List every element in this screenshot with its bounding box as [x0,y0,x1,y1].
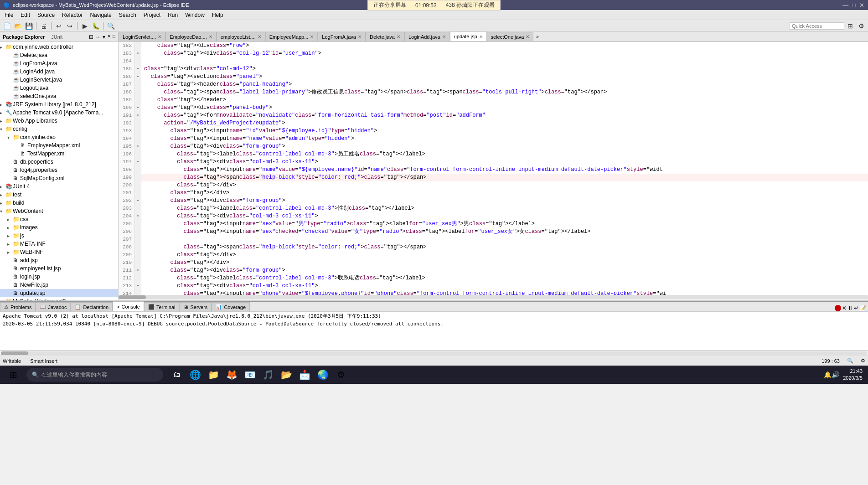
tree-item[interactable]: ▸ 📁 META-INF [0,240,118,248]
taskbar-app-folder[interactable]: 📂 [278,366,294,383]
tree-item[interactable]: ☕ selectOne.java [0,92,118,100]
tree-item[interactable]: ▸ 📁 js [0,232,118,240]
tree-item[interactable]: ▸ 📁 test [0,191,118,199]
tree-item[interactable]: 🗎 SqlMapConfig.xml [0,174,118,182]
sync-icon[interactable]: ↔ [95,34,101,40]
tree-item[interactable]: ▾ 📁 com.yinhe.dao [0,133,118,141]
menu-project[interactable]: Project [141,11,163,19]
tree-item[interactable]: 🗎 add.jsp [0,256,118,264]
tree-item[interactable]: ☕ Delete.java [0,51,118,59]
toolbar-redo[interactable]: ↪ [65,21,75,31]
tab-close-icon[interactable]: ✕ [397,34,400,39]
bottom-tab[interactable]: 🖥Servers [179,302,212,311]
editor-tab[interactable]: LoginAdd.java✕ [404,32,450,41]
editor-tab[interactable]: LoginServlet....✕ [119,32,165,41]
menu-refactor[interactable]: Refactor [59,11,85,19]
tree-item[interactable]: ☕ LoginServlet.java [0,76,118,84]
editor-tab[interactable]: employeeList....✕ [217,32,265,41]
tree-item[interactable]: ▸ 📁 Web App Libraries [0,117,118,125]
tree-item[interactable]: ▸ 📁 com.yinhe.web.controller [0,43,118,51]
menu-icon[interactable]: ▾ [103,34,105,40]
taskbar-app-email2[interactable]: 📩 [296,366,313,383]
menu-run[interactable]: Run [165,11,181,19]
min-panel-icon[interactable]: □ [113,34,115,40]
start-button[interactable]: ⊞ [2,366,25,383]
tab-overflow-button[interactable]: » [533,34,542,39]
tree-item[interactable]: ▸ 📁 MyBatis_Wedproject2 [0,297,118,300]
toolbar-save[interactable]: 💾 [24,21,34,31]
tree-item[interactable]: 🗎 NewFile.jsp [0,281,118,289]
quick-access-input[interactable] [790,22,844,30]
taskbar-app-firefox[interactable]: 🦊 [223,366,240,383]
menu-navigate[interactable]: Navigate [87,11,114,19]
taskbar-app-task-view[interactable]: 🗂 [169,366,185,383]
menu-file[interactable]: File [2,11,16,19]
stop-button[interactable] [835,305,841,311]
tree-item[interactable]: ▸ 📚 JUnit 4 [0,182,118,191]
editor-tab[interactable]: LogFromA.java✕ [318,32,366,41]
toolbar-search[interactable]: 🔍 [106,21,116,31]
tree-item[interactable]: ▸ 🔧 Apache Tomcat v9.0 [Apache Toma... [0,108,118,117]
tree-item[interactable]: ☕ LoginAdd.java [0,67,118,76]
tab-close-icon[interactable]: ✕ [526,34,529,39]
editor-tab[interactable]: EmployeeMapp...✕ [265,32,318,41]
tree-item[interactable]: 🗎 employeeList.jsp [0,264,118,273]
toolbar-perspective2[interactable]: ⚙ [856,21,866,31]
code-editor[interactable]: 182 class="tag"><div class="row"> 183 • … [119,42,868,295]
toolbar-open[interactable]: 📂 [13,21,23,31]
close-panel-icon[interactable]: ✕ [107,34,111,40]
editor-tab[interactable]: selectOne.java✕ [487,32,534,41]
toolbar-run[interactable]: ▶ [80,21,90,31]
tree-item[interactable]: ▸ 📁 css [0,215,118,223]
taskbar-app-mail[interactable]: 📧 [242,366,258,383]
tree-item[interactable]: 🗎 update.jsp [0,289,118,297]
clear-console-button[interactable]: ✕ [842,305,847,311]
toolbar-perspective1[interactable]: ⊞ [845,21,855,31]
taskbar-app-browser[interactable]: 🌏 [315,366,331,383]
bottom-tab[interactable]: >Console [113,301,144,311]
bottom-tab[interactable]: ⚠Problems [0,302,36,311]
tab-close-icon[interactable]: ✕ [479,34,483,39]
bottom-tab[interactable]: 📋Declaration [71,302,113,311]
scroll-lock-button[interactable]: ⏸ [847,305,853,311]
tree-item[interactable]: ▸ 📁 build [0,199,118,207]
tree-item[interactable]: ▾ 📁 WebContent [0,207,118,215]
tree-item[interactable]: ☕ Logout.java [0,84,118,92]
tab-close-icon[interactable]: ✕ [209,34,212,39]
menu-window[interactable]: Window [182,11,207,19]
editor-tab[interactable]: EmployeeDao....✕ [165,32,216,41]
bottom-scrollbar[interactable] [0,350,868,356]
tree-item[interactable]: 🗎 login.jsp [0,273,118,281]
toolbar-print[interactable]: 🖨 [39,21,49,31]
minimize-button[interactable]: — [842,2,848,9]
tree-item[interactable]: 🗎 TestMapper.xml [0,150,118,158]
taskbar-search[interactable]: 🔍 在这里输入你要搜索的内容 [26,368,163,382]
tree-item[interactable]: 🗎 db.peoperties [0,158,118,166]
open-in-editor-button[interactable]: 📝 [859,305,866,311]
taskbar-app-music[interactable]: 🎵 [260,366,276,383]
tree-item[interactable]: ▾ 📁 config [0,125,118,133]
taskbar-app-edge[interactable]: 🌐 [187,366,203,383]
tab-close-icon[interactable]: ✕ [158,34,161,39]
tree-item[interactable]: 🗎 EmployeeMapper.xml [0,141,118,150]
editor-tab[interactable]: update.jsp✕ [450,32,487,41]
tab-close-icon[interactable]: ✕ [442,34,446,39]
bottom-tab[interactable]: 📊Coverage [212,302,250,311]
menu-edit[interactable]: Edit [18,11,33,19]
taskbar-app-explorer[interactable]: 📁 [205,366,222,383]
bottom-tab[interactable]: 📖Javadoc [36,302,71,311]
toolbar-new[interactable]: 📄 [2,21,12,31]
tab-close-icon[interactable]: ✕ [310,34,314,39]
tree-item[interactable]: ▸ 📁 WEB-INF [0,248,118,256]
editor-tab[interactable]: Delete.java✕ [366,32,404,41]
tree-item[interactable]: ▸ 📁 images [0,223,118,232]
tree-item[interactable]: ▸ 📚 JRE System Library [jre1.8.0_212] [0,100,118,108]
bottom-tab[interactable]: ⬛Terminal [144,302,180,311]
tab-close-icon[interactable]: ✕ [258,34,261,39]
tab-close-icon[interactable]: ✕ [358,34,362,39]
toolbar-undo[interactable]: ↩ [54,21,64,31]
menu-source[interactable]: Source [35,11,57,19]
toolbar-debug[interactable]: 🐛 [91,21,101,31]
collapse-icon[interactable]: ⊟ [89,34,93,40]
tree-item[interactable]: ☕ LogFromA.java [0,59,118,67]
